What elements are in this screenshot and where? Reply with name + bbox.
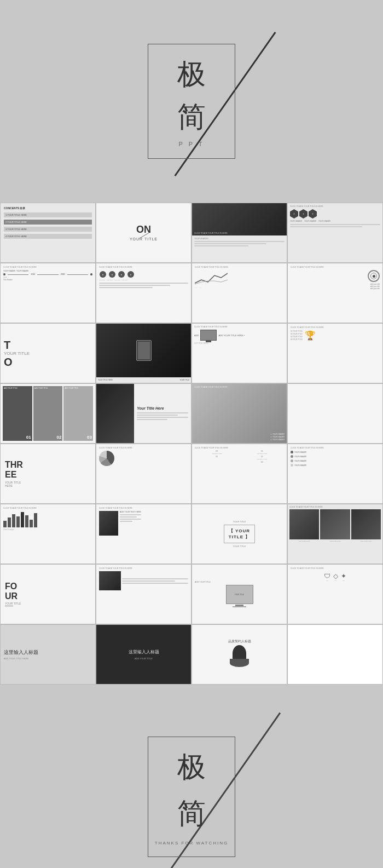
end-thanks-label: THANKS FOR WATCHING (155, 841, 228, 846)
slide-chinese-dark[interactable]: 这里输入人标题 ADD YOUR TITLE (96, 624, 192, 685)
add-your-title-ph2: ADD YOUR TITLE (320, 541, 350, 542)
slide-row-6: CLICK TO ADD YOUR TITLE IN HERE Chart Ex… (0, 504, 383, 564)
add-our: ADD (194, 334, 199, 337)
toc-item-3: 3 YOUR TITLE HERE (4, 227, 92, 232)
click-to-add-15: CLICK TO ADD YOUR TITLE IN HERE (289, 506, 381, 508)
slide-photo-grid[interactable]: CLICK TO ADD YOUR TITLE IN HERE ADD YOUR… (287, 504, 383, 564)
slide-row-1: CONCENTS 目录 1 YOUR TITLE HERE 2 YOUR TIT… (0, 203, 383, 263)
here-text: HERE (5, 484, 91, 487)
num-01-item: 01Add Title to Here (240, 450, 285, 455)
shield-icon: 🛡 (324, 572, 330, 580)
line-chart-svg (195, 270, 228, 285)
card-add-1: ADD YOUR TITLE (4, 387, 31, 389)
dot-header-2: YOUR HEADER (294, 456, 306, 458)
slide-italic-title[interactable]: Your Title Here (96, 383, 192, 444)
slide-circle-target[interactable]: CLICK TO ADD YOUR TITLE IN HERE add your… (287, 263, 383, 323)
slide-bracket-title[interactable]: YOUR TITLE 【 YOURTITLE 】 YOUR TITLE (192, 504, 287, 564)
slide-three[interactable]: THREE YOUR TITLE HERE (0, 444, 96, 504)
your-header-2c: YOUR HEADER (318, 220, 330, 222)
slide-icons[interactable]: CLICK TO ADD YOUR TITLE IN HERE 🛡 title … (287, 564, 383, 624)
add-your-title-ph1: ADD YOUR TITLE (289, 541, 319, 542)
your-title-two: YOUR TITLE (4, 351, 92, 356)
diamond-icon: ◇ (333, 572, 338, 580)
your-header-2b: YOUR HEADER (304, 220, 316, 222)
slide-on-title[interactable]: ON YOUR TITLE (96, 203, 192, 263)
click-to-add-16: CLICK TO ADD YOUR TITLE IN HERE (99, 567, 188, 570)
cover-title-box: 极 简 P P T (148, 44, 235, 159)
slide-trophy[interactable]: CLICK TO ADD YOUR TITLE IN HERE 01 YOUR … (287, 323, 383, 383)
monitor-title: YOUR TITLE (235, 594, 245, 596)
slide-add-photo2[interactable]: CLICK TO ADD YOUR TITLE IN HERE (96, 564, 192, 624)
your-header-hands-3: ③ YOUR HEADER (270, 439, 285, 441)
add-your-title-ph3: ADD YOUR TITLE (351, 541, 381, 542)
slide-row-5: THREE YOUR TITLE HERE CLICK TO ADD YOUR … (0, 444, 383, 504)
num-04-item: 04 (240, 461, 285, 463)
your-title-bottom-label: YOUR TITLE (233, 545, 246, 548)
add-your-title-light: ADD YOUR TITLE HERE (4, 657, 92, 660)
slide-four[interactable]: FOUR YOUR TITLE (0, 564, 96, 624)
num-02: 02 YOUR TITLE (291, 333, 303, 335)
add-your-text: ADD YOUR TEXT HERE (120, 511, 141, 513)
slide-five-nums[interactable]: CLICK TO ADD YOUR TITLE IN HERE 03Add Ti… (192, 444, 287, 504)
card-add-2: ADD YOUR TITLE (34, 387, 62, 389)
bar-chart-main (3, 511, 92, 527)
circle-1: ● (100, 271, 106, 278)
slide-toc[interactable]: CONCENTS 目录 1 YOUR TITLE HERE 2 YOUR TIT… (0, 203, 96, 263)
click-to-add-13: CLICK TO ADD YOUR TITLE IN HERE (3, 507, 92, 509)
slide-splash[interactable]: 品质简约人标题 (192, 624, 287, 685)
num-03-card: 03 (87, 435, 92, 440)
dot-header-1: YOUR HEADER (294, 451, 306, 453)
add-your-title-right3: add your title (291, 288, 380, 290)
slide-row-8: 这里输入人标题 ADD YOUR TITLE HERE 这里输入人标题 ADD … (0, 624, 383, 685)
slide-timeline[interactable]: CLICK TO ADD YOUR TITLE IN HERE YOUR HEA… (0, 263, 96, 323)
click-to-add-2: CLICK TO ADD YOUR TITLE IN HERE (290, 205, 380, 208)
slide-white-empty (287, 624, 383, 685)
add-your-title-dark: ADD YOUR TITLE (135, 657, 153, 660)
slide-add-text[interactable]: CLICK TO ADD YOUR TITLE IN HERE ADD YOUR… (96, 504, 192, 564)
your-title-tablet: YOUR TITLE HERE (98, 379, 113, 381)
chinese-splash: 品质简约人标题 (228, 639, 251, 644)
four-text: FOUR (5, 582, 91, 601)
click-to-add-3: CLICK TO ADD YOUR TITLE IN HERE (3, 266, 92, 268)
slide-two[interactable]: T YOUR TITLE O (0, 323, 96, 383)
card-add-3: ADD YOUR TITLE (65, 387, 92, 389)
slide-row-3: T YOUR TITLE O YOUR TITLE HERE YOUR TITL… (0, 323, 383, 383)
cover-ppt-label: P P T (179, 141, 205, 147)
slide-row-7: FOUR YOUR TITLE CLICK TO ADD YOUR TITLE … (0, 564, 383, 624)
your-title-tablet2: YOUR TITLE (179, 379, 189, 381)
slide-hex-title[interactable]: CLICK TO ADD YOUR TITLE IN HERE X X X YO… (287, 203, 383, 263)
hex-icon-1: X (290, 209, 298, 219)
slide-dots-headers[interactable]: CLICK TO ADD YOUR TITLE IN HERE YOUR HEA… (287, 444, 383, 504)
line-label-1: —— (195, 287, 198, 289)
slide-line-chart[interactable]: CLICK TO ADD YOUR TITLE IN HERE —— —— (192, 263, 287, 323)
chinese-text-light: 这里输入人标题 (4, 649, 92, 656)
col-4: COLUMN (122, 279, 128, 281)
num-01-card: 01 (26, 435, 31, 440)
slide-tablet-photo[interactable]: YOUR TITLE HERE YOUR TITLE (96, 323, 192, 383)
slide-chinese-light[interactable]: 这里输入人标题 ADD YOUR TITLE HERE (0, 624, 96, 685)
slide-computer[interactable]: CLICK TO ADD YOUR TITLE IN HERE ADD ADD … (192, 323, 287, 383)
slide-photo-title1[interactable]: CLICK TO ADD YOUR TITLE IN HERE YOUR HEA… (192, 203, 287, 263)
click-to-add-6: CLICK TO ADD YOUR TITLE IN HERE (291, 266, 380, 268)
toc-item-1: 1 YOUR TITLE HERE (4, 212, 92, 217)
cover-slide: 极 简 P P T (0, 0, 383, 203)
icon-label-1: title (326, 580, 328, 582)
click-to-add-5: CLICK TO ADD YOUR TITLE IN HERE (195, 266, 284, 268)
cover-char1: 极 (177, 55, 206, 94)
slide-hands-laptop[interactable]: CLICK TO ADD YOUR TITLE IN HERE ① YOUR H… (192, 383, 287, 444)
click-to-add-11: CLICK TO ADD YOUR TITLE IN HERE (195, 447, 284, 449)
click-to-add-7: CLICK TO ADD YOUR TITLE IN HERE (194, 326, 285, 328)
num-05-item: 05 (195, 456, 239, 460)
icon-label-2: title (335, 580, 337, 582)
slide-circles[interactable]: CLICK TO ADD YOUR TITLE IN HERE ● ● ● ● … (96, 263, 192, 323)
col-2: COLUMN (107, 279, 113, 281)
click-to-add-10: CLICK TO ADD YOUR TITLE IN HERE (99, 447, 188, 449)
slide-bar-chart[interactable]: CLICK TO ADD YOUR TITLE IN HERE Chart Ex… (0, 504, 96, 564)
end-char1: 极 (177, 748, 206, 786)
click-to-add-8: CLICK TO ADD YOUR TITLE IN HERE (291, 326, 380, 329)
slide-three-cols[interactable]: ADD YOUR TITLE 01 ADD YOUR TITLE 02 ADD … (0, 383, 96, 444)
add-your-title-mon: ADD YOUR TITLE (195, 581, 211, 583)
header-3a: YOUR HEADER (3, 270, 15, 272)
slide-monitor2[interactable]: ADD YOUR TITLE YOUR TITLE (192, 564, 287, 624)
slide-pie-chart[interactable]: CLICK TO ADD YOUR TITLE IN HERE (96, 444, 192, 504)
